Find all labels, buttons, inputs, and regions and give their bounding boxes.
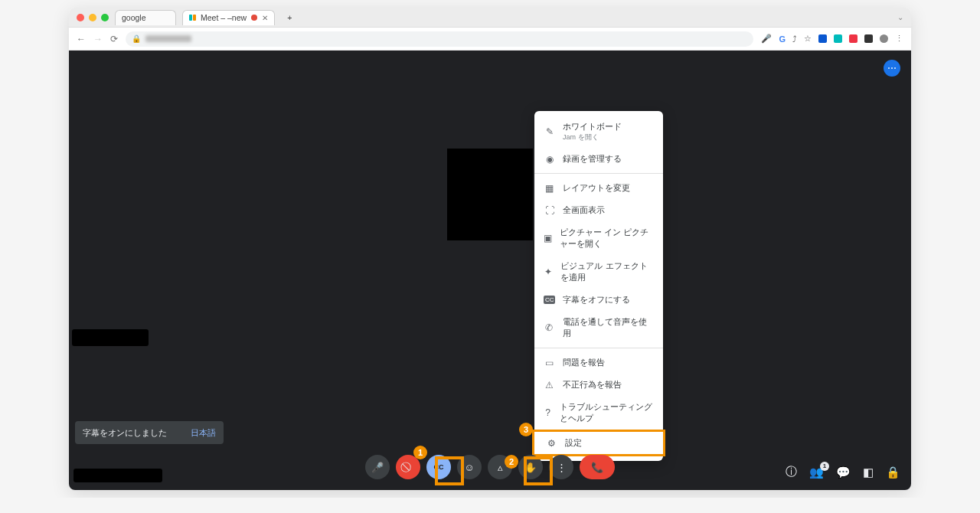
record-icon: ◉ (544, 154, 555, 165)
menu-label: レイアウトを変更 (563, 182, 630, 194)
voice-search-icon[interactable]: 🎤 (761, 34, 772, 44)
video-tile (447, 149, 533, 240)
leave-call-button[interactable]: 📞 (580, 455, 615, 479)
menu-phone-audio[interactable]: ✆ 電話を通して音声を使用 (534, 311, 663, 345)
layout-icon: ▦ (544, 183, 555, 194)
annotation-number-1: 1 (413, 446, 427, 459)
smile-icon: ☺ (464, 462, 474, 473)
host-controls-button[interactable]: 🔒 (886, 466, 900, 479)
menu-label: 設定 (565, 437, 582, 449)
nav-buttons: ← → ⟳ (77, 34, 118, 44)
maximize-window-button[interactable] (101, 14, 109, 21)
profile-avatar[interactable] (880, 34, 888, 43)
address-bar[interactable]: 🔒 (126, 31, 753, 47)
mic-icon: 🎤 (371, 462, 384, 473)
toast-language-button[interactable]: 日本語 (191, 427, 216, 439)
bookmark-icon[interactable]: ☆ (804, 34, 812, 44)
annotation-number-2: 2 (505, 455, 518, 469)
annotation-number-3: 3 (519, 423, 533, 436)
minimize-window-button[interactable] (89, 14, 96, 21)
report-icon: ⚠ (544, 380, 555, 390)
extension-4-icon[interactable] (864, 34, 873, 43)
menu-feedback[interactable]: ▭ 問題を報告 (534, 351, 663, 374)
gear-icon: ⚙ (546, 438, 557, 449)
more-vertical-icon: ⋮ (557, 462, 567, 473)
meet-stage: ⋯ 字幕をオンにしました 日本語 ✎ ホワイトボード Jam を開く ◉ 録画を… (69, 51, 911, 490)
browser-window: google Meet – –new ✕ + ⌄ ← → ⟳ 🔒 🎤 G ⤴ (69, 8, 911, 490)
reload-button[interactable]: ⟳ (110, 34, 118, 44)
close-window-button[interactable] (77, 14, 84, 21)
mic-toggle-button[interactable]: 🎤 (365, 455, 390, 479)
menu-recording[interactable]: ◉ 録画を管理する (534, 148, 663, 170)
help-icon: ? (544, 407, 552, 418)
more-horizontal-icon: ⋯ (887, 63, 897, 74)
menu-label: 電話を通して音声を使用 (563, 316, 654, 339)
activities-button[interactable]: ◧ (863, 466, 874, 479)
menu-whiteboard[interactable]: ✎ ホワイトボード Jam を開く (534, 116, 663, 148)
close-tab-button[interactable]: ✕ (262, 14, 268, 22)
participants-count-badge: 1 (820, 462, 829, 471)
menu-label: 録画を管理する (563, 153, 622, 165)
menu-effects[interactable]: ✦ ビジュアル エフェクトを適用 (534, 255, 663, 289)
fullscreen-icon: ⛶ (544, 205, 555, 216)
toolbar: ← → ⟳ 🔒 🎤 G ⤴ ☆ ⋮ (69, 28, 911, 51)
menu-fullscreen[interactable]: ⛶ 全画面表示 (534, 199, 663, 221)
forward-button[interactable]: → (93, 34, 103, 44)
meet-favicon-icon (189, 15, 196, 21)
menu-pip[interactable]: ▣ ピクチャー イン ピクチャーを開く (534, 221, 663, 255)
window-controls (77, 14, 109, 21)
tab-google[interactable]: google (115, 10, 176, 25)
hangup-icon: 📞 (591, 462, 603, 473)
tile-options-button[interactable]: ⋯ (884, 60, 900, 77)
titlebar: google Meet – –new ✕ + ⌄ (69, 8, 911, 28)
menu-captions-off[interactable]: CC 字幕をオフにする (534, 289, 663, 311)
tab-label: Meet – –new (201, 13, 247, 22)
cc-icon: CC (544, 296, 555, 304)
info-icon: ⓘ (786, 465, 797, 478)
menu-layout[interactable]: ▦ レイアウトを変更 (534, 177, 663, 199)
menu-label: 不正行為を報告 (563, 379, 622, 390)
menu-label: ホワイトボード (563, 122, 622, 131)
tabs-overflow-button[interactable]: ⌄ (897, 13, 903, 21)
meet-controls: 🎤 ⃠ CC ☺ ▵ ✋ ⋮ (69, 452, 911, 482)
present-icon: ▵ (498, 462, 503, 473)
sparkle-icon: ✦ (544, 266, 553, 277)
participants-button[interactable]: 👥 1 (809, 466, 824, 479)
lock-icon: 🔒 (886, 466, 900, 479)
meeting-info-button[interactable]: ⓘ (786, 465, 797, 479)
share-icon[interactable]: ⤴ (792, 34, 797, 44)
menu-label: ビジュアル エフェクトを適用 (560, 260, 654, 283)
menu-label: 問題を報告 (563, 357, 605, 368)
new-tab-button[interactable]: + (281, 10, 298, 25)
more-options-menu: ✎ ホワイトボード Jam を開く ◉ 録画を管理する ▦ レイアウトを変更 ⛶… (534, 111, 663, 461)
extension-1-icon[interactable] (818, 34, 827, 43)
pip-icon: ▣ (544, 233, 552, 243)
lock-icon: 🔒 (132, 34, 141, 43)
chat-button[interactable]: 💬 (836, 466, 851, 479)
menu-label: トラブルシューティングとヘルプ (560, 401, 654, 424)
menu-help[interactable]: ? トラブルシューティングとヘルプ (534, 396, 663, 430)
captions-enabled-toast: 字幕をオンにしました 日本語 (75, 421, 224, 444)
phone-icon: ✆ (544, 322, 555, 333)
menu-report-abuse[interactable]: ⚠ 不正行為を報告 (534, 374, 663, 396)
menu-label: 全画面表示 (563, 204, 605, 216)
menu-label: ピクチャー イン ピクチャーを開く (560, 227, 654, 250)
meet-right-panel-buttons: ⓘ 👥 1 💬 ◧ 🔒 (786, 465, 900, 479)
back-button[interactable]: ← (77, 34, 86, 44)
tab-label: google (122, 13, 146, 22)
tab-meet[interactable]: Meet – –new ✕ (182, 10, 275, 25)
recording-indicator-icon (251, 15, 257, 21)
extension-2-icon[interactable] (834, 34, 842, 43)
overflow-menu-button[interactable]: ⋮ (895, 34, 903, 44)
toolbar-right: 🎤 G ⤴ ☆ ⋮ (761, 34, 903, 44)
menu-separator (534, 173, 663, 174)
google-icon[interactable]: G (779, 34, 786, 44)
annotation-highlight-1 (435, 456, 464, 485)
extension-3-icon[interactable] (849, 34, 858, 43)
annotation-highlight-2 (524, 456, 553, 485)
url-host-redacted (145, 35, 191, 42)
participant-name-redacted (72, 329, 149, 346)
feedback-icon: ▭ (544, 358, 555, 368)
menu-sublabel: Jam を開く (563, 132, 622, 142)
menu-separator (534, 348, 663, 348)
